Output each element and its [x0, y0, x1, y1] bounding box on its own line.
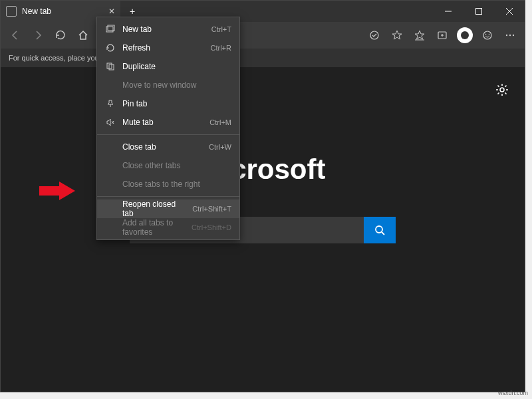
tab-favicon-icon — [6, 6, 17, 17]
menu-shortcut: Ctrl+T — [211, 25, 231, 33]
duplicate-icon — [105, 61, 116, 72]
menu-label: Pin tab — [122, 99, 231, 108]
menu-label: New tab — [122, 25, 205, 34]
svg-line-17 — [382, 232, 384, 235]
menu-pin-tab[interactable]: Pin tab — [97, 94, 239, 113]
menu-shortcut: Ctrl+R — [211, 44, 231, 52]
menu-shortcut: Ctrl+W — [209, 143, 231, 151]
menu-close-right: Close tabs to the right — [97, 175, 239, 194]
toolbar — [1, 22, 525, 49]
new-tab-icon — [105, 24, 116, 35]
mute-icon — [105, 117, 116, 128]
tab-context-menu: New tab Ctrl+T Refresh Ctrl+R Duplicate … — [96, 17, 240, 240]
menu-reopen-closed[interactable]: Reopen closed tab Ctrl+Shift+T — [97, 200, 239, 218]
menu-move-window: Move to new window — [97, 76, 239, 94]
menu-shortcut: Ctrl+Shift+T — [192, 205, 231, 213]
svg-point-12 — [506, 35, 507, 36]
menu-add-favorites: Add all tabs to favorites Ctrl+Shift+D — [97, 218, 239, 237]
svg-point-16 — [376, 226, 382, 233]
menu-label: Move to new window — [122, 80, 231, 90]
menu-close-other: Close other tabs — [97, 156, 239, 175]
pin-icon — [105, 98, 116, 109]
menu-label: Refresh — [122, 43, 204, 53]
menu-mute-tab[interactable]: Mute tab Ctrl+M — [97, 113, 239, 132]
menu-button[interactable] — [499, 25, 521, 46]
menu-label: Add all tabs to favorites — [122, 218, 185, 237]
svg-point-14 — [513, 35, 514, 36]
refresh-icon — [105, 43, 116, 53]
search-button[interactable] — [364, 217, 396, 243]
menu-refresh[interactable]: Refresh Ctrl+R — [97, 39, 239, 57]
annotation-arrow — [59, 182, 75, 200]
menu-shortcut: Ctrl+M — [209, 118, 231, 126]
back-button[interactable] — [5, 25, 26, 46]
collections-icon[interactable] — [432, 25, 453, 46]
svg-point-9 — [483, 31, 491, 39]
browser-window: New tab ✕ + For quick access, place your… — [0, 0, 525, 392]
profile-button[interactable] — [454, 25, 475, 46]
svg-point-4 — [370, 31, 378, 39]
watermark: wsxdn.com — [498, 390, 528, 396]
menu-label: Close tabs to the right — [122, 180, 231, 189]
menu-close-tab[interactable]: Close tab Ctrl+W — [97, 138, 239, 156]
svg-point-15 — [500, 88, 504, 92]
maximize-button[interactable] — [464, 1, 494, 22]
menu-label: Duplicate — [122, 62, 231, 71]
refresh-button[interactable] — [50, 25, 71, 46]
page-content: Microsoft — [1, 67, 525, 392]
menu-label: Reopen closed tab — [122, 200, 186, 218]
settings-gear-icon[interactable] — [495, 83, 509, 99]
home-button[interactable] — [72, 25, 94, 46]
tab-title: New tab — [22, 7, 51, 16]
svg-point-11 — [489, 34, 490, 35]
svg-rect-1 — [476, 9, 482, 15]
menu-new-tab[interactable]: New tab Ctrl+T — [97, 20, 239, 39]
shopping-icon[interactable] — [364, 25, 385, 46]
menu-shortcut: Ctrl+Shift+D — [192, 223, 231, 231]
forward-button[interactable] — [27, 25, 49, 46]
titlebar: New tab ✕ + — [1, 1, 525, 22]
menu-label: Close tab — [122, 142, 202, 152]
menu-label: Close other tabs — [122, 161, 231, 170]
window-controls — [433, 1, 525, 22]
close-window-button[interactable] — [494, 1, 525, 22]
close-tab-icon[interactable]: ✕ — [108, 7, 115, 16]
svg-point-10 — [485, 34, 487, 35]
favorites-button[interactable] — [409, 25, 430, 46]
favorite-star-icon[interactable] — [386, 25, 408, 46]
menu-duplicate[interactable]: Duplicate — [97, 57, 239, 76]
svg-point-13 — [509, 35, 511, 36]
favorites-bar: For quick access, place your fav — [1, 49, 525, 67]
menu-label: Mute tab — [122, 118, 203, 127]
menu-separator — [97, 196, 239, 197]
minimize-button[interactable] — [433, 1, 464, 22]
menu-separator — [97, 134, 239, 135]
feedback-icon[interactable] — [477, 25, 498, 46]
